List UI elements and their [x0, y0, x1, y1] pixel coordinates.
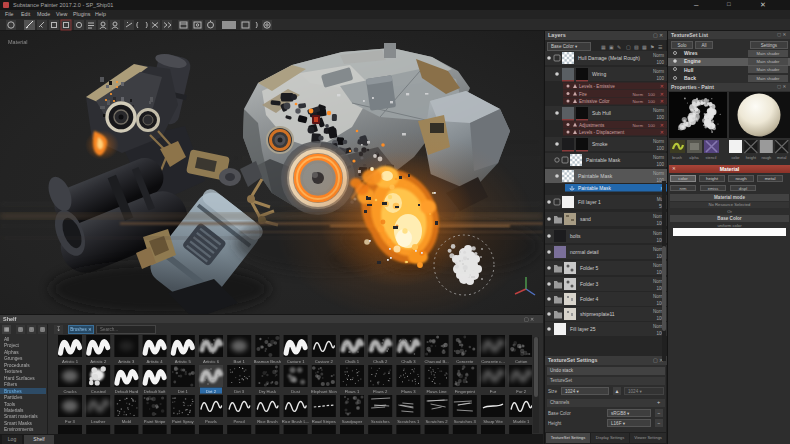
svg-text:Artistic 2: Artistic 2 [90, 359, 107, 364]
svg-text:Folder 3: Folder 3 [580, 281, 599, 287]
svg-text:color: color [731, 156, 740, 160]
svg-text:normal detail: normal detail [570, 249, 599, 255]
svg-text:Dust: Dust [291, 389, 300, 394]
svg-text:Caviare 2: Caviare 2 [315, 359, 334, 364]
svg-text:100: 100 [656, 76, 664, 81]
svg-text:Dirt 3: Dirt 3 [234, 389, 245, 394]
svg-text:Sharp Vite: Sharp Vite [483, 419, 503, 424]
svg-text:Fur 2: Fur 2 [516, 389, 526, 394]
svg-text:Dirt 1: Dirt 1 [178, 389, 189, 394]
svg-text:Hull Damage (Metal Rough): Hull Damage (Metal Rough) [578, 55, 640, 61]
svg-text:100: 100 [656, 146, 664, 151]
svg-text:Scratches 3: Scratches 3 [454, 419, 477, 424]
svg-text:Folder 4: Folder 4 [580, 296, 599, 302]
svg-text:✕: ✕ [660, 91, 664, 97]
svg-text:100: 100 [656, 115, 664, 120]
svg-text:shipmesplate11: shipmesplate11 [580, 311, 615, 317]
svg-text:Flaws Line: Flaws Line [427, 389, 448, 394]
svg-text:Caviare 1: Caviare 1 [287, 359, 306, 364]
svg-text:sand: sand [580, 216, 591, 222]
svg-text:✕: ✕ [660, 129, 664, 135]
svg-text:Sub Hull: Sub Hull [592, 110, 611, 116]
svg-text:Smoke: Smoke [592, 141, 608, 147]
svg-text:Fill layer 25: Fill layer 25 [570, 326, 596, 332]
svg-text:Norm: Norm [653, 155, 664, 160]
svg-text:Paint Stripe: Paint Stripe [144, 419, 166, 424]
svg-text:Concrete c...: Concrete c... [481, 359, 505, 364]
svg-text:Norm: Norm [653, 69, 664, 74]
svg-text:100: 100 [648, 99, 656, 104]
svg-text:Norm: Norm [653, 139, 664, 144]
svg-text:alpha: alpha [689, 156, 699, 160]
svg-text:Fill layer 1: Fill layer 1 [578, 199, 601, 205]
svg-text:Flaws 2: Flaws 2 [373, 389, 388, 394]
svg-text:Fur 3: Fur 3 [65, 419, 75, 424]
svg-text:100: 100 [656, 60, 664, 65]
svg-text:Flaws 1: Flaws 1 [345, 389, 360, 394]
svg-text:Charcoal B...: Charcoal B... [424, 359, 448, 364]
svg-text:Fur: Fur [490, 389, 497, 394]
svg-text:Scratches 1: Scratches 1 [397, 419, 420, 424]
svg-text:Norm: Norm [653, 108, 664, 113]
svg-text:100: 100 [648, 92, 656, 97]
svg-text:Fire: Fire [579, 92, 587, 97]
svg-text:Artistic 6: Artistic 6 [203, 359, 220, 364]
svg-text:rough: rough [761, 156, 771, 160]
svg-text:Artistic 4: Artistic 4 [147, 359, 164, 364]
svg-text:Marble 1: Marble 1 [513, 419, 530, 424]
svg-text:Cracks: Cracks [63, 389, 76, 394]
svg-text:100: 100 [656, 162, 664, 167]
svg-text:Norm: Norm [632, 99, 643, 104]
svg-text:Paintable Mask: Paintable Mask [578, 173, 613, 179]
svg-text:Scratches 2: Scratches 2 [426, 419, 449, 424]
svg-text:Norm: Norm [632, 123, 643, 128]
svg-text:Rice Brush: Rice Brush [257, 419, 278, 424]
svg-text:Norm: Norm [653, 53, 664, 58]
svg-text:Artistic 1: Artistic 1 [62, 359, 79, 364]
svg-text:Sandpaper: Sandpaper [342, 419, 363, 424]
svg-text:Chalk 1: Chalk 1 [345, 359, 360, 364]
svg-text:Norm: Norm [632, 92, 643, 97]
svg-text:100: 100 [648, 123, 656, 128]
svg-text:Scratches: Scratches [371, 419, 390, 424]
svg-text:Wiring: Wiring [592, 71, 606, 77]
svg-text:Flaws 3: Flaws 3 [401, 389, 416, 394]
svg-text:Folder 5: Folder 5 [580, 265, 599, 271]
svg-text:Bart 1: Bart 1 [234, 359, 246, 364]
svg-text:metal: metal [777, 156, 786, 160]
svg-text:Artistic 5: Artistic 5 [175, 359, 192, 364]
svg-text:Pearls: Pearls [205, 419, 217, 424]
svg-text:Mold: Mold [122, 419, 132, 424]
svg-text:Paintable Mask: Paintable Mask [578, 186, 611, 191]
svg-text:height: height [746, 156, 757, 160]
svg-text:brush: brush [672, 156, 682, 160]
svg-text:✕: ✕ [660, 98, 664, 104]
svg-text:✕: ✕ [660, 83, 664, 89]
svg-text:Levels - Displacement: Levels - Displacement [579, 130, 625, 135]
svg-text:Default Hard: Default Hard [115, 389, 139, 394]
svg-text:Chalk 2: Chalk 2 [373, 359, 388, 364]
svg-text:Norm: Norm [653, 171, 664, 176]
svg-text:bolts: bolts [570, 233, 581, 239]
svg-text:Basman Brush: Basman Brush [254, 359, 282, 364]
svg-text:Pencil: Pencil [233, 419, 244, 424]
svg-text:Rice Brush L...: Rice Brush L... [282, 419, 309, 424]
svg-text:Fingerprint: Fingerprint [455, 389, 476, 394]
svg-text:Elephant Skin: Elephant Skin [311, 389, 338, 394]
svg-text:Leather: Leather [91, 419, 106, 424]
svg-text:Paintable Mask: Paintable Mask [586, 157, 621, 163]
svg-text:Paint Spray: Paint Spray [172, 419, 195, 424]
svg-text:Cotton: Cotton [515, 359, 528, 364]
svg-text:Default Soft: Default Soft [144, 389, 167, 394]
svg-text:Road Stripes: Road Stripes [312, 419, 336, 424]
svg-text:stencil: stencil [706, 156, 717, 160]
svg-text:Dry Husk: Dry Husk [259, 389, 277, 394]
svg-text:Emissive Color: Emissive Color [579, 99, 610, 104]
svg-text:✕: ✕ [660, 122, 664, 128]
svg-text:Artistic 3: Artistic 3 [118, 359, 135, 364]
svg-text:Levels - Emissive: Levels - Emissive [579, 84, 615, 89]
svg-text:Concrete: Concrete [456, 359, 474, 364]
svg-text:Chalk 3: Chalk 3 [401, 359, 416, 364]
svg-text:Adjustments: Adjustments [579, 123, 605, 128]
svg-text:Dirt 2: Dirt 2 [206, 389, 217, 394]
